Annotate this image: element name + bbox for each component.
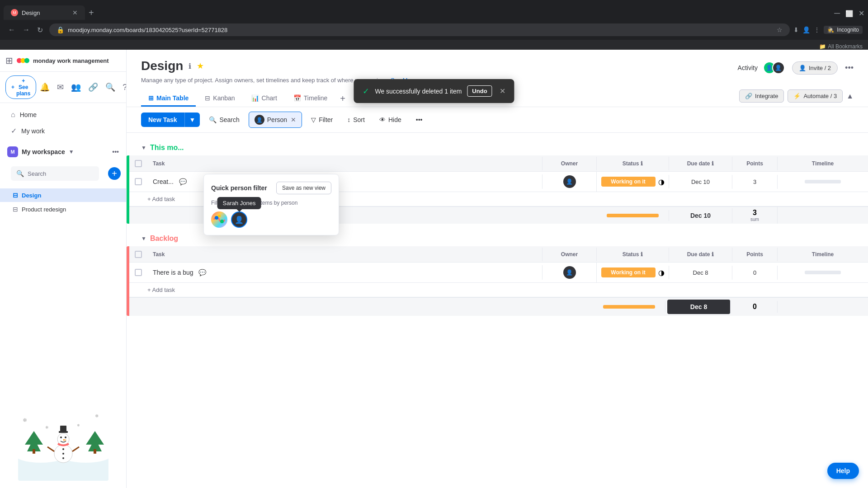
status-info-icon-backlog[interactable]: ℹ <box>641 251 643 258</box>
group-name-backlog[interactable]: Backlog <box>150 235 178 243</box>
sort-btn[interactable]: ↕ Sort <box>342 113 370 127</box>
invite-icon: 👤 <box>799 65 806 71</box>
row-check-month-1[interactable] <box>129 178 147 185</box>
date-cell-month-1[interactable]: Dec 10 <box>669 175 732 189</box>
profile-icon[interactable]: 👤 <box>802 26 810 33</box>
search-global-icon[interactable]: 🔍 <box>105 82 115 92</box>
group-toggle-this-month[interactable]: ▼ <box>141 145 146 151</box>
back-btn[interactable]: ← <box>5 24 18 36</box>
active-tab[interactable]: M Design ✕ <box>4 5 85 20</box>
integrate-btn[interactable]: 🔗 Integrate <box>739 89 784 103</box>
new-task-button[interactable]: New Task <box>141 113 184 127</box>
table-wrapper-backlog: Task Owner Status ℹ Due date ℹ Points <box>127 246 868 316</box>
search-btn[interactable]: 🔍 Search <box>203 113 245 127</box>
sidebar-item-home[interactable]: ⌂ Home <box>4 107 123 122</box>
th-points-month: Points <box>732 157 778 170</box>
filter-btn[interactable]: ▽ Filter <box>306 113 338 127</box>
forward-btn[interactable]: → <box>20 24 33 36</box>
task-comment-icon[interactable]: 💬 <box>179 178 187 185</box>
sidebar-item-mywork[interactable]: ✓ My work <box>4 123 123 139</box>
workspace-header[interactable]: M My workspace ▼ ••• <box>0 143 126 161</box>
owner-cell-month-1[interactable]: 👤 <box>542 172 597 192</box>
collapse-btn[interactable]: ▲ <box>846 92 854 100</box>
reload-btn[interactable]: ↻ <box>34 24 46 36</box>
tab-close-btn[interactable]: ✕ <box>72 9 78 16</box>
automate-btn[interactable]: ⚡ Automate / 3 <box>788 89 843 103</box>
download-icon[interactable]: ⬇ <box>793 26 799 33</box>
save-new-view-btn[interactable]: Save as new view <box>276 182 331 194</box>
close-window-btn[interactable]: ✕ <box>859 9 864 18</box>
row-checkbox-backlog-1[interactable] <box>135 269 142 276</box>
activity-btn[interactable]: Activity 👤 👤 <box>738 61 785 74</box>
star-favorite-icon[interactable]: ★ <box>197 61 204 71</box>
sidebar-search[interactable]: 🔍 Search <box>11 166 99 181</box>
new-task-btn-group: New Task ▼ <box>141 113 200 127</box>
help-button[interactable]: Help <box>827 463 859 479</box>
see-plans-btn[interactable]: + + See plans <box>5 75 36 99</box>
tab-main-table[interactable]: ⊞ Main Table <box>141 91 196 107</box>
task-cell-backlog-1[interactable]: There is a bug 💬 <box>147 265 542 280</box>
status-badge-backlog-1: Working on it <box>601 267 656 277</box>
timeline-cell-backlog-1[interactable] <box>778 267 868 278</box>
bookmarks-link[interactable]: 📁 All Bookmarks <box>819 43 863 50</box>
header-checkbox-backlog[interactable] <box>135 251 142 258</box>
date-info-icon[interactable]: ℹ <box>712 160 714 167</box>
tab-timeline[interactable]: 📅 Timeline <box>286 91 335 107</box>
svg-marker-10 <box>86 431 104 445</box>
undo-btn[interactable]: Undo <box>467 85 492 97</box>
integrations-icon[interactable]: 🔗 <box>88 82 98 92</box>
new-tab-button[interactable]: + <box>85 6 98 20</box>
group-name-this-month[interactable]: This mo... <box>150 144 184 152</box>
toast-notification: ✓ We successfully deleted 1 item Undo ✕ <box>354 79 514 103</box>
status-info-icon[interactable]: ℹ <box>641 160 643 167</box>
timeline-cell-month-1[interactable] <box>778 176 868 187</box>
more-toolbar-btn[interactable]: ••• <box>410 113 428 127</box>
invite-people-icon[interactable]: 👥 <box>71 82 81 92</box>
row-check-backlog-1[interactable] <box>129 269 147 276</box>
board-item-design[interactable]: ⊟ Design <box>0 188 126 202</box>
add-board-btn[interactable]: + <box>108 167 121 180</box>
row-checkbox-month-1[interactable] <box>135 178 142 185</box>
add-view-btn[interactable]: + <box>336 92 349 106</box>
svg-point-31 <box>218 215 221 217</box>
person-filter-clear-btn[interactable]: ✕ <box>291 116 296 123</box>
date-cell-backlog-1[interactable]: Dec 8 <box>669 266 732 280</box>
points-cell-month-1[interactable]: 3 <box>732 175 778 189</box>
person-filter-btn[interactable]: 👤 Person ✕ <box>249 112 302 128</box>
status-cell-backlog-1[interactable]: Working on it ◑ <box>597 266 669 279</box>
invite-btn[interactable]: 👤 Invite / 2 <box>792 61 838 75</box>
board-item-product[interactable]: ⊟ Product redesign <box>0 202 126 216</box>
workspace-more-icon[interactable]: ••• <box>112 148 119 155</box>
minimize-btn[interactable]: ─ <box>834 9 840 18</box>
hide-icon: 👁 <box>379 116 386 123</box>
tab-chart[interactable]: 📊 Chart <box>244 91 284 107</box>
incognito-icon: 🕵 <box>827 27 834 33</box>
info-icon[interactable]: ℹ <box>189 62 191 70</box>
toast-close-btn[interactable]: ✕ <box>500 87 505 95</box>
apps-grid-icon[interactable]: ⊞ <box>5 55 13 66</box>
board-more-btn[interactable]: ••• <box>845 63 854 73</box>
maximize-btn[interactable]: ⬜ <box>845 10 853 17</box>
points-cell-backlog-1[interactable]: 0 <box>732 266 778 280</box>
status-cell-month-1[interactable]: Working on it ◑ <box>597 175 669 188</box>
tab-kanban[interactable]: ⊟ Kanban <box>198 91 242 107</box>
add-task-backlog[interactable]: + Add task <box>129 283 868 297</box>
owner-cell-backlog-1[interactable]: 👤 <box>542 263 597 282</box>
new-task-dropdown-btn[interactable]: ▼ <box>184 113 200 127</box>
view-tabs: ⊞ Main Table ⊟ Kanban 📊 Chart 📅 Timeline <box>141 87 349 107</box>
header-checkbox-month[interactable] <box>135 160 142 167</box>
avatar-logo-btn[interactable] <box>211 211 227 228</box>
avatar-person-btn[interactable]: 👤 <box>231 211 247 228</box>
search-icon: 🔍 <box>209 116 217 123</box>
help-icon[interactable]: ? <box>123 83 127 92</box>
task-comment-icon-backlog[interactable]: 💬 <box>198 269 206 276</box>
extensions-icon[interactable]: ⋮ <box>814 26 820 33</box>
inbox-icon[interactable]: ✉ <box>57 82 64 92</box>
summary-date-value: Dec 10 <box>690 212 711 219</box>
notification-icon[interactable]: 🔔 <box>40 82 50 92</box>
star-address-icon[interactable]: ☆ <box>777 26 783 33</box>
date-info-icon-backlog[interactable]: ℹ <box>712 251 714 258</box>
group-toggle-backlog[interactable]: ▼ <box>141 235 146 242</box>
address-bar[interactable]: 🔒 moodjoy.monday.com/boards/1830420525?u… <box>49 23 790 36</box>
hide-btn[interactable]: 👁 Hide <box>374 113 407 127</box>
